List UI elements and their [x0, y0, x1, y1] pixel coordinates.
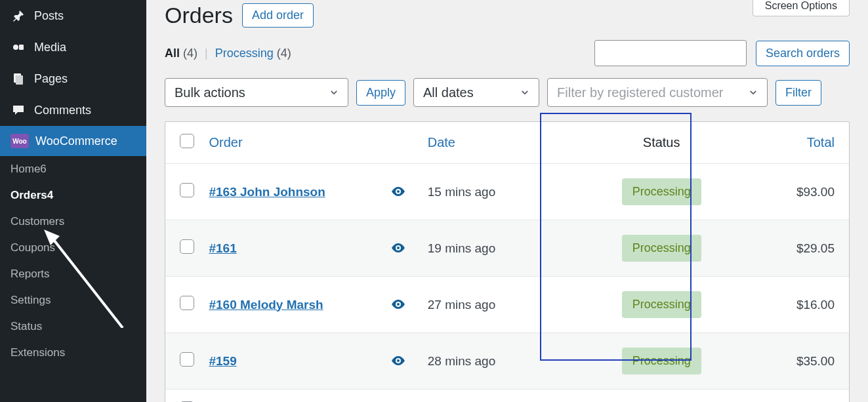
- status-badge: Processing: [622, 235, 701, 262]
- order-link[interactable]: #161: [209, 241, 236, 255]
- sidebar-item-label: Media: [34, 41, 136, 54]
- sidebar-item-media[interactable]: Media: [0, 31, 146, 63]
- status-filter-links: All (4) | Processing (4): [165, 47, 291, 60]
- search-orders-button[interactable]: Search orders: [756, 41, 850, 66]
- submenu-item-coupons[interactable]: Coupons: [0, 235, 146, 261]
- customer-filter-select[interactable]: Filter by registered customer: [547, 78, 768, 107]
- woocommerce-icon: Woo: [10, 134, 29, 148]
- woocommerce-submenu: Home 6 Orders 4 Customers Coupons Report…: [0, 156, 146, 371]
- search-input[interactable]: [594, 40, 747, 66]
- date-filter-select[interactable]: All dates: [413, 78, 539, 107]
- order-link[interactable]: #163 John Johnson: [209, 185, 325, 199]
- sidebar-item-label: Pages: [34, 72, 136, 86]
- status-badge: Processing: [622, 291, 701, 318]
- order-date: 28 mins ago: [428, 354, 537, 369]
- column-status: Status: [537, 135, 786, 150]
- comment-icon: [10, 102, 26, 118]
- order-link[interactable]: #160 Melody Marsh: [209, 298, 323, 312]
- apply-button[interactable]: Apply: [356, 80, 405, 106]
- table-footer: Order Date Status Total: [165, 389, 849, 402]
- row-checkbox[interactable]: [180, 296, 194, 310]
- filter-button[interactable]: Filter: [775, 80, 821, 106]
- column-order[interactable]: Order: [209, 135, 391, 150]
- submenu-label: Home: [10, 163, 40, 176]
- svg-point-0: [13, 45, 18, 50]
- table-row[interactable]: #161 19 mins ago Processing $29.05: [165, 220, 849, 276]
- sidebar-item-label: Posts: [34, 9, 136, 23]
- row-checkbox[interactable]: [180, 352, 194, 367]
- sidebar-item-pages[interactable]: Pages: [0, 63, 146, 94]
- order-total: $29.05: [786, 241, 835, 256]
- sidebar-item-label: WooCommerce: [35, 134, 136, 148]
- add-order-button[interactable]: Add order: [242, 3, 314, 28]
- table-row[interactable]: #163 John Johnson 15 mins ago Processing…: [165, 163, 849, 220]
- order-link[interactable]: #159: [209, 354, 236, 368]
- row-checkbox[interactable]: [180, 183, 194, 197]
- date-filter-label: All dates: [423, 85, 474, 100]
- chevron-down-icon: [749, 85, 758, 100]
- preview-icon[interactable]: [391, 298, 428, 312]
- order-total: $35.00: [786, 354, 835, 369]
- svg-point-6: [397, 247, 400, 249]
- select-all-checkbox[interactable]: [180, 134, 194, 148]
- filter-processing-link[interactable]: Processing: [215, 47, 274, 60]
- sidebar-item-label: Comments: [34, 104, 136, 117]
- submenu-item-settings[interactable]: Settings: [0, 287, 146, 313]
- order-date: 15 mins ago: [428, 185, 537, 199]
- chevron-down-icon: [520, 85, 529, 100]
- filter-all-count: (4): [183, 47, 197, 60]
- svg-point-8: [397, 359, 400, 362]
- table-row[interactable]: #160 Melody Marsh 27 mins ago Processing…: [165, 276, 849, 332]
- svg-point-5: [397, 190, 400, 193]
- customer-filter-placeholder: Filter by registered customer: [557, 85, 723, 100]
- pages-icon: [10, 71, 26, 87]
- submenu-item-reports[interactable]: Reports: [0, 261, 146, 287]
- pushpin-icon: [10, 8, 26, 24]
- table-header: Order Date Status Total: [165, 122, 849, 163]
- media-icon: [10, 39, 26, 55]
- submenu-label: Reports: [10, 268, 50, 281]
- order-total: $93.00: [786, 185, 835, 199]
- admin-sidebar: Posts Media Pages Comments Woo WooCommer…: [0, 0, 146, 402]
- bulk-actions-select[interactable]: Bulk actions: [165, 78, 348, 107]
- submenu-label: Settings: [10, 294, 51, 307]
- bulk-actions-label: Bulk actions: [175, 85, 245, 100]
- submenu-label: Status: [10, 320, 42, 333]
- submenu-item-home[interactable]: Home 6: [0, 156, 146, 182]
- submenu-label: Customers: [10, 215, 64, 228]
- submenu-label: Orders: [10, 189, 47, 202]
- order-total: $16.00: [786, 298, 835, 312]
- svg-rect-4: [16, 75, 23, 85]
- svg-point-7: [397, 303, 400, 306]
- submenu-item-extensions[interactable]: Extensions: [0, 340, 146, 366]
- status-badge: Processing: [622, 178, 701, 205]
- notification-badge: 6: [40, 163, 46, 176]
- status-badge: Processing: [622, 348, 701, 374]
- submenu-item-status[interactable]: Status: [0, 313, 146, 340]
- submenu-label: Extensions: [10, 346, 65, 359]
- filter-processing-count: (4): [277, 47, 291, 60]
- svg-rect-1: [19, 45, 24, 50]
- submenu-item-customers[interactable]: Customers: [0, 209, 146, 235]
- preview-icon[interactable]: [391, 185, 428, 199]
- preview-icon[interactable]: [391, 354, 428, 369]
- column-total[interactable]: Total: [786, 135, 835, 150]
- chevron-down-icon: [329, 85, 339, 100]
- submenu-item-orders[interactable]: Orders 4: [0, 182, 146, 209]
- orders-table: Order Date Status Total #163 John Johnso…: [165, 121, 850, 402]
- order-date: 27 mins ago: [428, 298, 537, 312]
- page-title: Orders: [165, 3, 233, 28]
- table-row[interactable]: #159 28 mins ago Processing $35.00: [165, 332, 849, 389]
- order-date: 19 mins ago: [428, 241, 537, 256]
- sidebar-item-comments[interactable]: Comments: [0, 94, 146, 126]
- submenu-label: Coupons: [10, 241, 55, 254]
- sidebar-item-posts[interactable]: Posts: [0, 0, 146, 31]
- main-content: Screen Options Orders Add order All (4) …: [146, 0, 868, 402]
- preview-icon[interactable]: [391, 241, 428, 256]
- notification-badge: 4: [47, 189, 53, 202]
- sidebar-item-woocommerce[interactable]: Woo WooCommerce: [0, 126, 146, 156]
- column-date[interactable]: Date: [428, 135, 537, 150]
- filter-all-link[interactable]: All: [165, 47, 180, 60]
- screen-options-toggle[interactable]: Screen Options: [753, 0, 850, 16]
- row-checkbox[interactable]: [180, 239, 194, 254]
